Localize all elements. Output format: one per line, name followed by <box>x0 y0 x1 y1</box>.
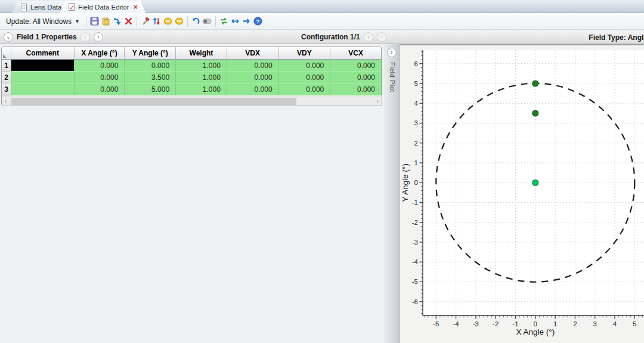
go-forward-button[interactable] <box>241 16 252 27</box>
spreadsheet-icon <box>68 3 75 11</box>
delete-row-button[interactable] <box>123 16 134 27</box>
scrollbar-thumb[interactable] <box>11 98 296 105</box>
sync-icon <box>219 17 228 26</box>
field-data-editor-panel: CommentX Angle (°)Y Angle (°)WeightVDXVD… <box>0 44 385 343</box>
value-cell[interactable]: 0.000 <box>330 72 382 84</box>
svg-text:-2: -2 <box>493 320 499 327</box>
table-row: 30.0005.0001.0000.0000.0000.000 <box>2 84 382 95</box>
open-document-icon <box>101 17 110 26</box>
row-number[interactable]: 1 <box>2 60 11 72</box>
value-cell[interactable]: 0.000 <box>227 60 279 72</box>
comment-cell[interactable] <box>11 84 75 95</box>
help-button[interactable]: ? <box>252 16 264 27</box>
svg-text:4: 4 <box>414 100 419 107</box>
previous-configuration-button[interactable]: ‹ <box>364 32 373 42</box>
save-button[interactable] <box>89 16 100 27</box>
comment-cell[interactable] <box>11 72 75 84</box>
value-cell[interactable]: 0.000 <box>227 72 279 84</box>
svg-text:Y Angle (°): Y Angle (°) <box>401 163 410 202</box>
value-cell[interactable]: 0.000 <box>227 84 279 95</box>
value-cell[interactable]: 0.000 <box>75 84 125 95</box>
minus-circle-button-2[interactable] <box>174 16 185 27</box>
minus-circle-button[interactable] <box>162 16 174 27</box>
svg-text:-6: -6 <box>412 298 418 305</box>
row-number[interactable]: 2 <box>2 72 11 84</box>
column-header[interactable]: VDY <box>279 47 331 60</box>
undo-button[interactable] <box>190 16 202 27</box>
toolbar-separator <box>137 16 137 27</box>
next-configuration-button[interactable]: › <box>377 32 386 42</box>
column-header[interactable]: VCX <box>330 47 382 60</box>
previous-field-button[interactable]: ‹ <box>80 32 90 42</box>
field-properties-title: Field 1 Properties <box>17 33 77 41</box>
value-cell[interactable]: 1.000 <box>176 60 227 72</box>
comment-cell[interactable] <box>11 60 75 72</box>
go-forward-icon <box>242 17 251 26</box>
row-number[interactable]: 3 <box>2 84 11 95</box>
help-icon: ? <box>253 17 262 26</box>
update-mode-dropdown[interactable]: Update: All Windows ▼ <box>5 16 83 27</box>
minus-circle-icon-2 <box>175 17 184 26</box>
tab-field-data-editor[interactable]: Field Data Editor × <box>60 1 146 13</box>
svg-text:-2: -2 <box>412 219 418 226</box>
svg-text:-3: -3 <box>412 239 418 246</box>
svg-text:2: 2 <box>414 140 418 147</box>
value-cell[interactable]: 1.000 <box>176 84 227 95</box>
open-document-button[interactable] <box>100 16 112 27</box>
svg-text:3: 3 <box>414 119 418 126</box>
undo-icon <box>191 17 200 26</box>
value-cell[interactable]: 0.000 <box>330 60 382 72</box>
table-corner-cell[interactable] <box>2 47 11 60</box>
column-header[interactable]: X Angle (°) <box>75 47 125 60</box>
fit-width-button[interactable] <box>230 16 241 27</box>
field-plot-chart: -5-4-3-2-1012345-6-5-4-3-2-10123456X Ang… <box>400 45 644 343</box>
field-plot-tab-label[interactable]: Field Plot <box>389 62 396 92</box>
collapse-properties-button[interactable]: ⌄ <box>4 32 13 42</box>
value-cell[interactable]: 5.000 <box>125 84 176 95</box>
value-cell[interactable]: 0.000 <box>279 72 331 84</box>
edit-tools-icon <box>141 17 150 26</box>
field-type-label: Field Type: Angle <box>589 33 644 42</box>
column-header[interactable]: VDX <box>227 47 279 60</box>
scroll-right-icon[interactable]: › <box>377 98 379 104</box>
column-header[interactable]: Comment <box>11 47 75 60</box>
svg-text:3: 3 <box>593 320 597 327</box>
edit-tools-button[interactable] <box>140 16 151 27</box>
field-table: CommentX Angle (°)Y Angle (°)WeightVDXVD… <box>2 47 382 95</box>
sync-button[interactable] <box>218 16 230 27</box>
minus-circle-icon <box>163 17 172 26</box>
configuration-label: Configuration 1/1 <box>301 33 360 41</box>
value-cell[interactable]: 3.500 <box>125 72 176 84</box>
svg-text:-4: -4 <box>412 258 419 265</box>
insert-row-button[interactable] <box>112 16 123 27</box>
update-mode-label: Update: All Windows <box>6 17 72 26</box>
editor-toolbar: Update: All Windows ▼ <box>0 13 644 30</box>
delete-row-icon <box>124 17 133 26</box>
toggle-button[interactable] <box>202 16 213 27</box>
svg-text:0: 0 <box>414 179 418 186</box>
insert-row-icon <box>113 17 122 26</box>
chevron-down-icon: ▼ <box>75 18 80 24</box>
svg-text:1: 1 <box>414 159 418 166</box>
value-cell[interactable]: 1.000 <box>176 72 227 84</box>
toolbar-separator <box>86 16 86 27</box>
toggle-icon <box>202 17 212 26</box>
column-header[interactable]: Y Angle (°) <box>125 47 176 60</box>
value-cell[interactable]: 0.000 <box>279 60 331 72</box>
value-cell[interactable]: 0.000 <box>279 84 331 95</box>
close-tab-icon[interactable]: × <box>134 3 138 11</box>
horizontal-scrollbar[interactable]: ‹ › <box>2 97 382 106</box>
sort-rows-icon <box>152 17 161 26</box>
collapse-field-plot-button[interactable]: › <box>387 48 397 57</box>
scroll-left-icon[interactable]: ‹ <box>5 98 7 104</box>
sort-rows-button[interactable] <box>151 16 162 27</box>
svg-text:5: 5 <box>414 80 418 87</box>
svg-text:2: 2 <box>573 320 577 327</box>
value-cell[interactable]: 0.000 <box>75 72 125 84</box>
value-cell[interactable]: 0.000 <box>330 84 382 95</box>
column-header[interactable]: Weight <box>176 47 227 60</box>
value-cell[interactable]: 0.000 <box>125 60 176 72</box>
next-field-button[interactable]: › <box>94 32 103 42</box>
svg-text:-5: -5 <box>433 320 439 327</box>
value-cell[interactable]: 0.000 <box>75 60 125 72</box>
